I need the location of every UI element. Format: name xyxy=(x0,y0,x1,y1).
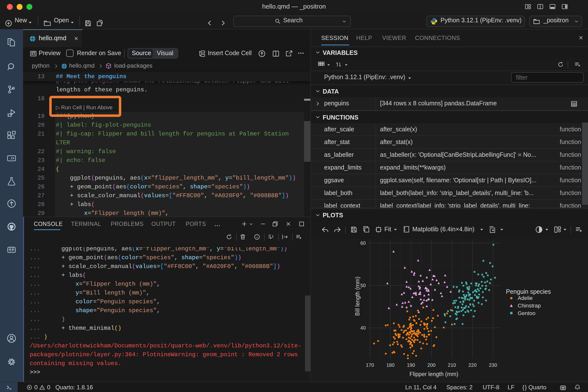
svg-text:Penguin species: Penguin species xyxy=(506,288,551,295)
svg-text:40: 40 xyxy=(360,325,366,330)
svg-text:Chinstrap: Chinstrap xyxy=(518,302,541,309)
svg-text:Gentoo: Gentoo xyxy=(518,310,535,316)
svg-text:170: 170 xyxy=(366,362,374,368)
svg-text:50: 50 xyxy=(360,283,366,288)
svg-text:Flipper length (mm): Flipper length (mm) xyxy=(410,371,458,377)
svg-text:Adelie: Adelie xyxy=(518,295,533,301)
svg-text:180: 180 xyxy=(386,362,394,368)
svg-text:190: 190 xyxy=(407,362,415,368)
svg-text:220: 220 xyxy=(468,362,476,368)
svg-text:210: 210 xyxy=(448,362,456,368)
svg-text:60: 60 xyxy=(360,240,366,246)
svg-text:Bill length (mm): Bill length (mm) xyxy=(354,276,361,316)
svg-text:200: 200 xyxy=(427,362,435,368)
svg-text:230: 230 xyxy=(489,362,497,368)
